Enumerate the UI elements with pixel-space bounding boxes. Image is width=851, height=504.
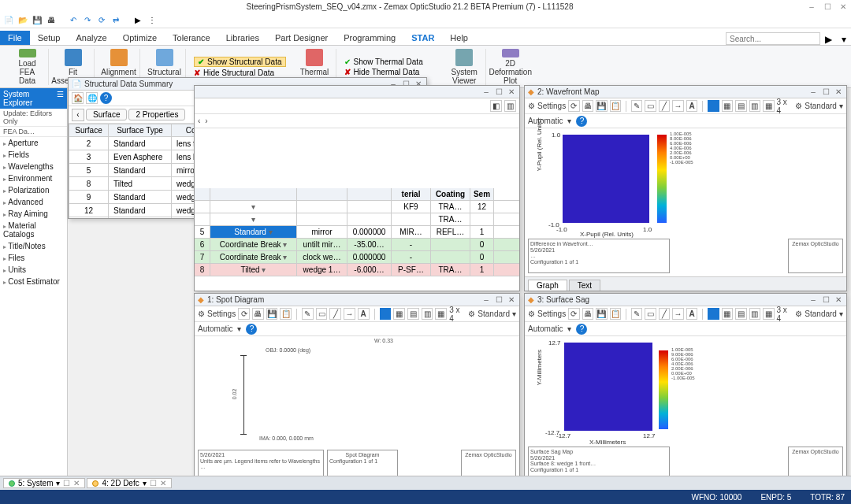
col-type[interactable]: Surface Type <box>109 124 172 137</box>
refresh-icon[interactable]: ⟳ <box>96 15 107 26</box>
save-icon[interactable]: 💾 <box>32 15 43 26</box>
wave-close[interactable]: ✕ <box>834 87 843 96</box>
menu-setup[interactable]: Setup <box>30 31 69 45</box>
line-icon[interactable]: ╱ <box>659 100 670 112</box>
refresh-icon[interactable]: ⟳ <box>238 308 250 320</box>
standard-label[interactable]: Standard <box>805 309 837 318</box>
hide-structural-data[interactable]: ✘Hide Structural Data <box>194 69 286 77</box>
lens-min[interactable]: – <box>481 87 491 96</box>
text-icon[interactable]: A <box>686 100 697 112</box>
print-icon[interactable]: 🖶 <box>252 308 264 320</box>
arrow-icon[interactable]: → <box>672 100 683 112</box>
lens-row[interactable]: 5Standardmirror0.000000MIR…REFL…1 <box>195 226 519 239</box>
settings-label[interactable]: Settings <box>537 309 566 318</box>
gear2-icon[interactable]: ⚙ <box>468 309 475 318</box>
run-icon[interactable]: ▶ <box>132 15 143 26</box>
globe-icon[interactable]: 🌐 <box>86 92 98 104</box>
text-icon[interactable]: A <box>358 308 370 320</box>
standard-label[interactable]: Standard <box>805 102 837 110</box>
wave-max[interactable]: ☐ <box>821 87 831 96</box>
min-button[interactable]: – <box>804 2 819 11</box>
pill-properties[interactable]: 2 Properties <box>128 109 185 120</box>
lens-max[interactable]: ☐ <box>494 87 504 96</box>
pill-surface[interactable]: Surface <box>86 109 127 120</box>
help-icon[interactable]: ? <box>576 324 587 335</box>
copy-icon[interactable]: 📋 <box>610 100 621 112</box>
spot-max[interactable]: ☐ <box>494 295 504 304</box>
grid-icon[interactable]: ▦ <box>763 100 774 112</box>
menu-optimize[interactable]: Optimize <box>115 31 165 45</box>
menu-star[interactable]: STAR <box>403 31 442 45</box>
refresh-icon[interactable]: ⟳ <box>568 308 579 320</box>
tab-graph[interactable]: Graph <box>528 280 567 291</box>
gear2-icon[interactable]: ⚙ <box>795 309 802 318</box>
sag-close[interactable]: ✕ <box>834 295 843 304</box>
wave-min[interactable]: – <box>808 87 818 96</box>
lens-row[interactable]: 6Coordinate Breakuntilt mir…-35.00…-0 <box>195 239 519 251</box>
open-icon[interactable]: 📂 <box>17 15 28 26</box>
pin-icon[interactable]: ☰ <box>57 90 64 107</box>
settings-label[interactable]: Settings <box>537 102 566 110</box>
grid-label[interactable]: 3 x 4 <box>449 306 466 323</box>
layout-c[interactable]: ▤ <box>735 308 746 320</box>
spot-min[interactable]: – <box>481 295 491 304</box>
nav-left[interactable]: ‹ <box>72 109 84 121</box>
line-icon[interactable]: ╱ <box>659 308 670 320</box>
automatic-label[interactable]: Automatic <box>528 117 563 125</box>
sys-node-title/notes[interactable]: Title/Notes <box>0 240 67 252</box>
menu-libraries[interactable]: Libraries <box>218 31 267 45</box>
search-input[interactable] <box>726 32 820 45</box>
lens-tool-b[interactable]: ▥ <box>504 100 516 112</box>
automatic-label[interactable]: Automatic <box>528 324 563 333</box>
layout-a[interactable] <box>708 100 719 112</box>
sync-icon[interactable]: ⇄ <box>110 15 121 26</box>
rect-icon[interactable]: ▭ <box>645 100 656 112</box>
layout-b[interactable]: ▦ <box>722 308 733 320</box>
arrow-icon[interactable]: → <box>672 308 683 320</box>
ribbon-load-fea[interactable]: Load FEAData <box>6 49 49 85</box>
standard-label[interactable]: Standard <box>478 309 510 318</box>
gear-icon[interactable]: ⚙ <box>528 102 535 110</box>
home-icon[interactable]: 🏠 <box>72 92 84 104</box>
help-icon[interactable]: ? <box>576 116 587 127</box>
help-icon[interactable]: ? <box>100 92 112 104</box>
save-icon[interactable]: 💾 <box>596 308 607 320</box>
grid-label[interactable]: 3 x 4 <box>777 306 793 323</box>
print-icon[interactable]: 🖶 <box>582 308 593 320</box>
sys-node-material-catalogs[interactable]: Material Catalogs <box>0 220 67 240</box>
grid-icon[interactable]: ▦ <box>435 308 447 320</box>
lens-nav-r[interactable]: › <box>205 117 207 125</box>
play-icon[interactable]: ▶ <box>825 34 832 45</box>
update-mode[interactable]: Update: Editors Only <box>0 109 67 127</box>
hide-thermal-data[interactable]: ✘Hide Thermal Data <box>344 68 423 76</box>
sys-node-files[interactable]: Files <box>0 252 67 264</box>
grid-icon[interactable]: ▦ <box>763 308 774 320</box>
settings-label[interactable]: Settings <box>207 309 236 318</box>
lens-row[interactable]: 8Tiltedwedge 1…-6.000…P-SF…TRA…1 <box>195 264 519 276</box>
sys-node-wavelengths[interactable]: Wavelengths <box>0 161 67 172</box>
redo-icon[interactable]: ↷ <box>82 15 93 26</box>
line-icon[interactable]: ╱ <box>329 308 341 320</box>
layout-c[interactable]: ▤ <box>735 100 746 112</box>
layout-b[interactable]: ▦ <box>393 308 405 320</box>
ribbon-2d-deformation[interactable]: 2DDeformation Plot <box>489 49 532 85</box>
save-icon[interactable]: 💾 <box>266 308 278 320</box>
gear2-icon[interactable]: ⚙ <box>795 102 802 110</box>
col-surface[interactable]: Surface <box>69 124 109 137</box>
rect-icon[interactable]: ▭ <box>645 308 656 320</box>
menu-programming[interactable]: Programming <box>336 31 403 45</box>
sys-node-advanced[interactable]: Advanced <box>0 196 67 208</box>
sys-node-ray-aiming[interactable]: Ray Aiming <box>0 208 67 220</box>
layout-d[interactable]: ▥ <box>749 100 760 112</box>
show-thermal-data[interactable]: ✔Show Thermal Data <box>344 57 423 66</box>
lens-row[interactable]: KF9TRA…12 <box>195 201 519 213</box>
help-icon[interactable]: ? <box>246 324 257 335</box>
close-button[interactable]: ✕ <box>835 2 851 11</box>
sys-node-environment[interactable]: Environment <box>0 172 67 184</box>
undo-icon[interactable]: ↶ <box>68 15 79 26</box>
copy-icon[interactable]: 📋 <box>280 308 292 320</box>
more-icon[interactable]: ⋮ <box>147 15 158 26</box>
gear-icon[interactable]: ⚙ <box>198 309 205 318</box>
save-icon[interactable]: 💾 <box>596 100 607 112</box>
menu-help[interactable]: Help <box>442 31 476 45</box>
